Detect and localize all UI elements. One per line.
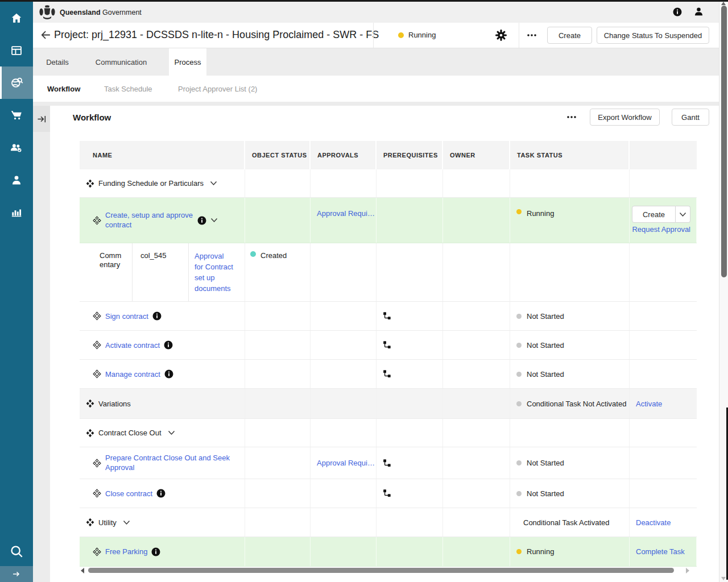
group-name: Contract Close Out	[98, 429, 162, 437]
divider	[373, 23, 374, 48]
task-name-link[interactable]: Prepare Contract Close Out and Seek Appr…	[105, 454, 236, 473]
task-name-link[interactable]: Close contract	[105, 489, 152, 498]
user-account-icon[interactable]	[693, 6, 704, 17]
tab-details[interactable]: Details	[41, 48, 74, 76]
horizontal-scrollbar	[80, 567, 697, 575]
table-row: Variations Conditional Task Not Activate…	[80, 389, 697, 419]
sidebar-item-home[interactable]	[0, 2, 33, 34]
task-name-link[interactable]: Free Parking	[105, 547, 147, 556]
activate-link[interactable]: Activate	[636, 400, 662, 408]
complete-task-link[interactable]: Complete Task	[636, 547, 685, 556]
vertical-scrollbar-thumb[interactable]	[721, 6, 727, 277]
app-header: Queensland Government	[33, 2, 719, 23]
workflow-more-icon[interactable]	[566, 115, 577, 119]
request-approval-link[interactable]: Request Approval	[632, 225, 690, 234]
table-row: Funding Schedule or Particulars	[80, 169, 697, 198]
sidebar	[0, 0, 33, 582]
info-icon[interactable]	[152, 311, 162, 321]
workflow-group-icon	[86, 429, 94, 438]
scroll-up-arrow[interactable]	[721, 2, 726, 5]
task-status: Conditional Task Not Activated	[527, 400, 626, 408]
info-icon[interactable]	[164, 369, 173, 379]
sidebar-item-teams[interactable]	[0, 131, 33, 164]
status-dot-not-started	[516, 460, 522, 465]
scroll-left-arrow[interactable]	[81, 568, 84, 573]
task-name-link[interactable]: Manage contract	[105, 370, 160, 379]
task-name-link[interactable]: Sign contract	[105, 312, 148, 321]
info-icon[interactable]	[164, 340, 173, 350]
approvals-link[interactable]: Approval Requi…	[317, 209, 375, 218]
approval-document-link[interactable]: Approval for Contract set up documents	[195, 251, 234, 294]
scroll-down-arrow[interactable]	[721, 577, 726, 580]
gear-icon[interactable]	[495, 29, 507, 41]
table-row: Sign contract Not Started	[80, 302, 697, 331]
prerequisite-icon[interactable]	[383, 369, 391, 379]
chevron-down-icon[interactable]	[168, 430, 175, 435]
chevron-down-icon[interactable]	[210, 181, 217, 186]
workflow-task-icon	[93, 459, 101, 468]
approvals-link[interactable]: Approval Requi…	[317, 459, 375, 467]
info-icon[interactable]	[156, 489, 166, 498]
horizontal-scrollbar-thumb[interactable]	[88, 568, 674, 573]
search-icon	[9, 544, 24, 559]
sidebar-item-workflow[interactable]	[0, 66, 33, 99]
info-icon[interactable]	[197, 216, 206, 225]
row-create-button[interactable]: Create	[632, 206, 676, 223]
change-status-button[interactable]: Change Status To Suspended	[597, 27, 709, 44]
sidebar-expand-button[interactable]	[0, 566, 33, 582]
sidebar-item-dashboard[interactable]	[0, 34, 33, 66]
app-window: Queensland Government Project: prj_12931…	[0, 0, 728, 582]
column-header-name: NAME	[80, 141, 245, 169]
sidebar-item-reports[interactable]	[0, 196, 33, 228]
status-dot-not-started	[516, 343, 522, 348]
workflow-group-icon	[86, 399, 94, 408]
deactivate-link[interactable]: Deactivate	[636, 518, 671, 527]
status-dot-conditional	[516, 401, 522, 406]
task-status: Not Started	[527, 312, 564, 321]
tab-process[interactable]: Process	[169, 48, 206, 76]
table-row: Free Parking Running Complete Task	[80, 537, 697, 567]
workflow-task-icon	[93, 340, 101, 350]
scroll-right-arrow[interactable]	[686, 568, 689, 573]
prerequisite-icon[interactable]	[383, 459, 391, 468]
task-name-link[interactable]: Create, setup and approve contract	[105, 211, 193, 230]
tab-communication[interactable]: Communication	[88, 48, 154, 76]
expand-right-icon	[37, 115, 47, 123]
workflow-group-icon	[86, 518, 94, 527]
sidebar-item-users[interactable]	[0, 164, 33, 196]
info-icon[interactable]	[151, 547, 160, 556]
workflow-group-icon	[86, 179, 94, 188]
prerequisite-icon[interactable]	[383, 311, 391, 321]
chevron-down-icon[interactable]	[123, 520, 130, 525]
chevron-down-icon[interactable]	[210, 218, 218, 223]
subtab-project-approver-list[interactable]: Project Approver List (2)	[178, 76, 257, 102]
prerequisite-icon[interactable]	[383, 340, 391, 350]
table-row: Prepare Contract Close Out and Seek Appr…	[80, 447, 697, 479]
task-name-link[interactable]: Activate contract	[105, 341, 160, 350]
subtab-task-schedule[interactable]: Task Schedule	[104, 76, 152, 102]
panel-collapse-button[interactable]	[33, 106, 50, 132]
project-status-label: Running	[408, 31, 436, 39]
table-row: Close contract Not Started	[80, 479, 697, 508]
table-row: Create, setup and approve contract Appro…	[80, 198, 697, 243]
create-button[interactable]: Create	[547, 27, 592, 44]
gantt-button[interactable]: Gantt	[672, 109, 709, 126]
workflow-heading: Workflow	[73, 113, 111, 122]
status-dot-not-started	[516, 491, 522, 496]
info-icon[interactable]	[673, 7, 682, 16]
column-header-task-status: TASK STATUS	[510, 141, 630, 169]
sidebar-item-procurement[interactable]	[0, 99, 33, 131]
subrow-label: Commentary	[100, 251, 124, 270]
subtab-workflow[interactable]: Workflow	[47, 76, 80, 102]
group-name: Utility	[98, 518, 117, 527]
export-workflow-button[interactable]: Export Workflow	[590, 109, 660, 126]
task-status: Not Started	[527, 459, 564, 467]
prerequisite-icon[interactable]	[383, 489, 391, 498]
sidebar-item-search[interactable]	[0, 535, 33, 568]
back-arrow-icon[interactable]	[40, 29, 52, 41]
more-actions-icon[interactable]	[527, 34, 537, 37]
divider	[519, 23, 519, 48]
object-status: Created	[260, 251, 287, 260]
row-create-dropdown[interactable]	[676, 206, 690, 223]
dashboard-icon	[10, 44, 23, 57]
